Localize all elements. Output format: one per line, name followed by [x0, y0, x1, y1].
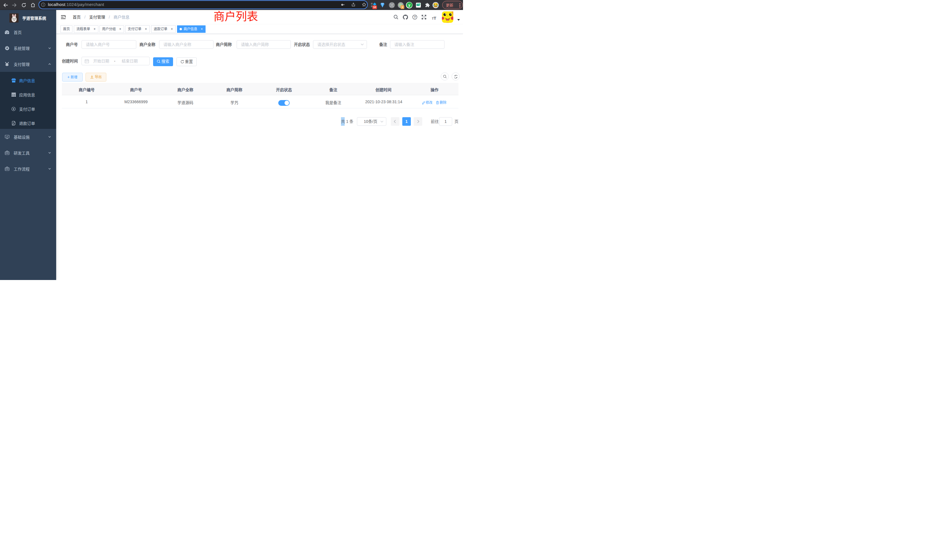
svg-text:?: ?: [414, 15, 416, 19]
